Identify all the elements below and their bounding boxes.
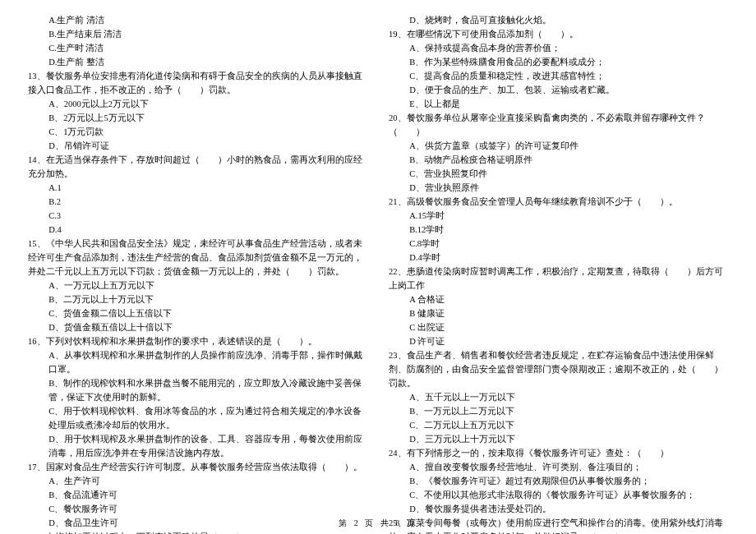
option: B、食品流通许可 — [28, 488, 367, 502]
option: C 出院证 — [389, 320, 728, 334]
question-16: 16、下列对饮料现榨和水果拼盘制作的要求中，表述错误的是（ ）。 — [28, 334, 367, 348]
option: E、以上都是 — [389, 97, 728, 111]
question-18: 18、在烧烤加工的过程中，下列表述正确的是（ ）。 — [28, 530, 367, 534]
option: C、餐饮服务许可 — [28, 502, 367, 516]
option: D、便于食品的生产、加工、包装、运输或者贮藏。 — [389, 83, 728, 97]
option: B 健康证 — [389, 306, 728, 320]
option: B.12学时 — [389, 223, 728, 237]
question-19: 19、在哪些情况下可使用食品添加剂（ ）。 — [389, 27, 728, 41]
option: B、《餐饮服务许可证》超过有效期限但仍从事餐饮服务的； — [389, 474, 728, 488]
question-24: 24、有下列情形之一的，按未取得《餐饮服务许可证》查处：（ ） — [389, 446, 728, 460]
option: D.4 — [28, 223, 367, 237]
option: C、二万元以上五万元以下 — [389, 418, 728, 432]
option: D、营业执照原件 — [389, 181, 728, 195]
option: B、制作的现榨饮料和水果拼盘当餐不能用完的，应立即放入冷藏设施中妥善保管，保证下… — [28, 376, 367, 404]
option: D、烧烤时，食品可直接触化火焰。 — [389, 13, 728, 27]
option: A.生产前 清洁 — [28, 13, 367, 27]
option: B.2 — [28, 195, 367, 209]
question-17: 17、国家对食品生产经营实行许可制度。从事餐饮服务经营应当依法取得（ ）。 — [28, 460, 367, 474]
question-15: 15、《中华人民共和国食品安全法》规定，未经许可从事食品生产经营活动，或者未经许… — [28, 237, 367, 279]
question-21: 21、高级餐饮服务食品安全管理人员每年继续教育培训不少于（ ）。 — [389, 195, 728, 209]
option: D 许可证 — [389, 334, 728, 348]
option: B、动物产品检疫合格证明原件 — [389, 153, 728, 167]
option: C、不使用以其他形式非法取得的《餐饮服务许可证》从事餐饮服务的； — [389, 488, 728, 502]
option: A、从事饮料现榨和水果拼盘制作的人员操作前应洗净、消毒手部，操作时佩戴口罩。 — [28, 348, 367, 376]
option: C、1万元罚款 — [28, 125, 367, 139]
option: D、餐饮服务提供者违法受处罚的。 — [389, 502, 728, 516]
option: A、擅自改变餐饮服务经营地址、许可类别、备注项目的； — [389, 460, 728, 474]
option: B、作为某些特殊膳食用食品的必要配料或成分； — [389, 55, 728, 69]
option: D.生产前 整洁 — [28, 55, 367, 69]
option: C、用于饮料现榨饮料、食用冰等食品的水，应为通过符合相关规定的净水设备处理后或煮… — [28, 404, 367, 432]
question-23: 23、食品生产者、销售者和餐饮经营者违反规定，在贮存运输食品中违法使用保鲜剂、防… — [389, 348, 728, 390]
option: C.3 — [28, 209, 367, 223]
option: A、五千元以上一万元以下 — [389, 390, 728, 404]
option: A、供货方盖章（或签字）的许可证复印件 — [389, 139, 728, 153]
option: D.4学时 — [389, 251, 728, 265]
option: C.8学时 — [389, 237, 728, 251]
option: C、营业执照复印件 — [389, 167, 728, 181]
option: C、货值金额二倍以上五倍以下 — [28, 306, 367, 320]
option: A、一万元以上五万元以下 — [28, 279, 367, 292]
option: D、吊销许可证 — [28, 139, 367, 153]
question-13: 13、餐饮服务单位安排患有消化道传染病和有碍于食品安全的疾病的人员从事接触直接入… — [28, 69, 367, 97]
question-20: 20、餐饮服务单位从屠宰企业直接采购畜禽肉类的，不必索取并留存哪种文件？（ ） — [389, 111, 728, 139]
option: A.15学时 — [389, 209, 728, 223]
option: C、提高食品的质量和稳定性，改进其感官特性； — [389, 69, 728, 83]
page-columns: A.生产前 清洁 B.生产结束后 清洁 C.生产时 清洁 D.生产前 整洁 13… — [28, 13, 728, 506]
option: B、2万元以上5万元以下 — [28, 111, 367, 125]
option: B.生产结束后 清洁 — [28, 27, 367, 41]
option: D、三万元以上十万元以下 — [389, 432, 728, 446]
option: A、生产许可 — [28, 474, 367, 488]
option: A.1 — [28, 181, 367, 195]
option: A、2000元以上2万元以下 — [28, 97, 367, 111]
question-22: 22、患肠道传染病时应暂时调离工作，积极治疗，定期复查，待取得（ ）后方可上岗工… — [389, 265, 728, 292]
option: B、二万元以上十万元以下 — [28, 292, 367, 306]
page-footer: 第 2 页 共 8 页 — [0, 518, 756, 529]
option: A、保持或提高食品本身的营养价值； — [389, 41, 728, 55]
question-14: 14、在无适当保存条件下，存放时间超过（ ）小时的熟食品，需再次利用的应经充分加… — [28, 153, 367, 181]
option: A 合格证 — [389, 292, 728, 306]
left-column: A.生产前 清洁 B.生产结束后 清洁 C.生产时 清洁 D.生产前 整洁 13… — [28, 13, 367, 506]
option: C.生产时 清洁 — [28, 41, 367, 55]
option: D、货值金额五倍以上十倍以下 — [28, 320, 367, 334]
option: D、用于饮料现榨及水果拼盘制作的设备、工具、容器应专用，每餐次使用前应消毒，用后… — [28, 432, 367, 460]
option: B、一万元以上二万元以下 — [389, 404, 728, 418]
right-column: D、烧烤时，食品可直接触化火焰。 19、在哪些情况下可使用食品添加剂（ ）。 A… — [389, 13, 728, 506]
